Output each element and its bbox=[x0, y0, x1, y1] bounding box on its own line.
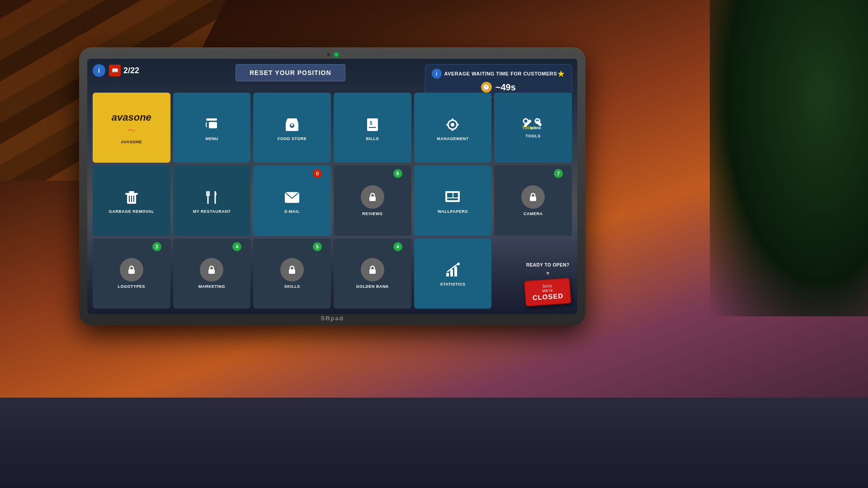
floor bbox=[0, 398, 868, 488]
tile-skills[interactable]: 5 SKILLS bbox=[253, 239, 331, 309]
svg-point-46 bbox=[457, 263, 460, 265]
tile-label-management: MANAGEMENT bbox=[437, 136, 469, 141]
svg-rect-45 bbox=[454, 267, 457, 277]
wallpapers-icon bbox=[443, 188, 462, 207]
tile-logotypes[interactable]: 3 LOGOTYPES bbox=[93, 239, 170, 309]
tools-icon-area: TOOLS MORE bbox=[522, 117, 544, 132]
svg-point-10 bbox=[451, 123, 454, 127]
led-indicator bbox=[335, 53, 338, 56]
svg-rect-6 bbox=[367, 118, 378, 131]
reviews-lock bbox=[361, 185, 384, 209]
tools-svg-icon: TOOLS MORE bbox=[522, 117, 544, 130]
avg-wait-info: i AVERAGE WAITING TIME FOR CUSTOMERS bbox=[432, 69, 557, 79]
avg-wait-value: 🕐 ~49s bbox=[432, 82, 565, 93]
tile-label-garbage-removal: GARBAGE REMOVAL bbox=[109, 209, 154, 214]
email-icon bbox=[282, 188, 302, 207]
tile-marketing[interactable]: 4 MARKETING bbox=[173, 239, 251, 309]
svg-rect-44 bbox=[450, 269, 453, 277]
golden-bank-badge: 4 bbox=[393, 242, 402, 251]
svg-rect-35 bbox=[447, 193, 453, 197]
tile-label-avasone: AVASONE bbox=[121, 140, 142, 144]
lock-icon-marketing bbox=[206, 264, 217, 276]
arrow-down-icon: ▼ bbox=[545, 270, 551, 277]
tile-label-bills: BILLS bbox=[366, 136, 379, 141]
tile-label-golden-bank: GOLDEN BANK bbox=[356, 284, 389, 289]
tile-reviews[interactable]: 8 REVIEWS bbox=[334, 165, 411, 235]
svg-rect-38 bbox=[530, 197, 536, 201]
info-button-left[interactable]: i bbox=[93, 64, 105, 77]
svg-text:$: $ bbox=[370, 121, 373, 126]
statistics-icon bbox=[443, 260, 462, 280]
lock-icon-skills bbox=[286, 264, 298, 276]
tile-wallpapers[interactable]: WALLPAPERS bbox=[414, 165, 492, 235]
app-grid: avasone 〜 AVASONE MENU bbox=[93, 93, 572, 309]
garbage-icon bbox=[122, 188, 142, 207]
info-button-right[interactable]: i bbox=[432, 69, 442, 79]
reviews-badge: 8 bbox=[393, 169, 402, 178]
tablet-brand-label: SRpad bbox=[321, 315, 344, 322]
food-store-icon bbox=[282, 115, 302, 135]
marketing-lock bbox=[200, 258, 223, 282]
golden-bank-lock bbox=[361, 258, 384, 282]
svg-rect-33 bbox=[369, 197, 376, 201]
tile-label-menu: MENU bbox=[205, 136, 218, 141]
menu-icon bbox=[202, 115, 222, 135]
logotypes-badge: 3 bbox=[152, 242, 161, 251]
tile-bills[interactable]: $ BILLS bbox=[334, 93, 411, 163]
ready-label: READY TO OPEN? bbox=[526, 263, 570, 267]
tile-label-my-restaurant: MY RESTAURANT bbox=[193, 209, 231, 214]
page-indicator: 📖 2/22 bbox=[109, 65, 139, 76]
marketing-badge: 4 bbox=[232, 242, 241, 251]
svg-rect-0 bbox=[206, 118, 217, 121]
closed-sign-closed: CLOSED bbox=[533, 292, 564, 302]
tree-right bbox=[710, 0, 868, 316]
skills-badge: 5 bbox=[313, 242, 322, 251]
tile-tools[interactable]: TOOLS MORE TOOLS bbox=[494, 93, 572, 163]
tablet-screen: i 📖 2/22 RESET YOUR POSITION i AVERAGE W… bbox=[87, 59, 577, 314]
avg-wait-header: i AVERAGE WAITING TIME FOR CUSTOMERS ★ bbox=[432, 68, 565, 79]
tile-statistics[interactable]: STATISTICS bbox=[414, 239, 492, 309]
svg-rect-39 bbox=[128, 269, 135, 274]
camera-dot bbox=[326, 52, 331, 57]
tile-label-marketing: MARKETING bbox=[198, 284, 225, 289]
book-icon: 📖 bbox=[109, 65, 121, 76]
tile-label-tools: TOOLS bbox=[525, 134, 540, 138]
svg-rect-40 bbox=[208, 269, 215, 274]
bills-icon: $ bbox=[363, 115, 382, 135]
page-number: 2/22 bbox=[123, 66, 139, 75]
svg-rect-42 bbox=[369, 269, 376, 274]
avg-wait-title: AVERAGE WAITING TIME FOR CUSTOMERS bbox=[444, 71, 557, 76]
email-badge: 0 bbox=[313, 169, 322, 178]
avg-wait-section: i AVERAGE WAITING TIME FOR CUSTOMERS ★ 🕐… bbox=[425, 64, 572, 97]
tile-label-skills: SKILLS bbox=[284, 284, 300, 289]
tile-email[interactable]: 0 E-MAIL bbox=[253, 165, 331, 235]
tablet-top-bar bbox=[326, 52, 338, 57]
reset-btn-container: RESET YOUR POSITION bbox=[161, 64, 420, 81]
tile-food-store[interactable]: FOOD STORE bbox=[253, 93, 331, 163]
tile-avasone[interactable]: avasone 〜 AVASONE bbox=[93, 93, 170, 163]
svg-rect-41 bbox=[289, 269, 295, 274]
clock-icon: 🕐 bbox=[481, 82, 492, 93]
logotypes-lock bbox=[120, 258, 143, 282]
reset-position-button[interactable]: RESET YOUR POSITION bbox=[236, 64, 345, 81]
tile-camera[interactable]: 7 CAMERA bbox=[494, 165, 572, 235]
camera-lock bbox=[521, 185, 545, 209]
tile-management[interactable]: MANAGEMENT bbox=[414, 93, 492, 163]
camera-badge: 7 bbox=[554, 169, 563, 178]
tile-label-statistics: STATISTICS bbox=[440, 282, 465, 286]
tile-label-camera: CAMERA bbox=[524, 211, 543, 216]
star-icon[interactable]: ★ bbox=[557, 68, 565, 79]
tile-menu[interactable]: MENU bbox=[173, 93, 251, 163]
svg-rect-23 bbox=[129, 191, 134, 193]
tile-golden-bank[interactable]: 4 GOLDEN BANK bbox=[334, 239, 411, 309]
tile-my-restaurant[interactable]: MY RESTAURANT bbox=[173, 165, 251, 235]
tile-label-reviews: REVIEWS bbox=[362, 211, 382, 216]
svg-rect-36 bbox=[453, 193, 458, 197]
skills-lock bbox=[280, 258, 304, 282]
lock-icon-camera bbox=[527, 191, 539, 203]
tile-label-wallpapers: WALLPAPERS bbox=[438, 209, 468, 214]
lock-icon-golden-bank bbox=[367, 264, 378, 276]
tile-garbage-removal[interactable]: GARBAGE REMOVAL bbox=[93, 165, 170, 235]
tablet-device: SRpad i 📖 2/22 bbox=[79, 47, 585, 325]
tile-label-logotypes: LOGOTYPES bbox=[118, 284, 146, 289]
